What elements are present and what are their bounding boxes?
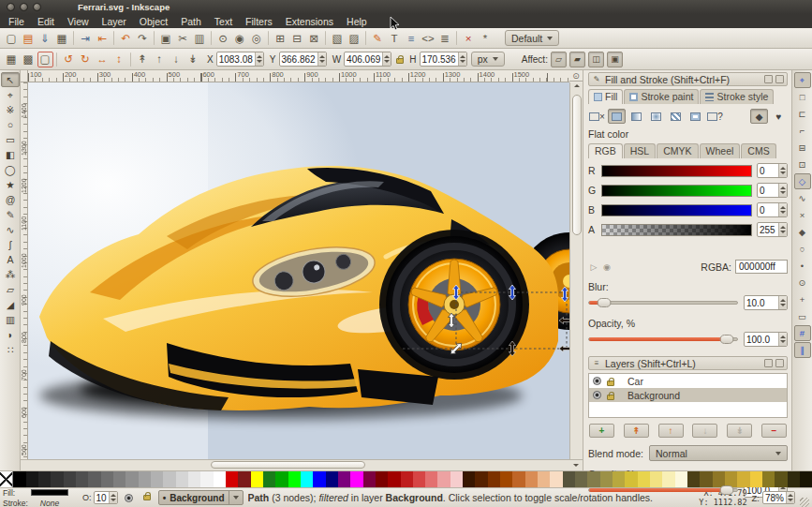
snap-object-centers-toggle[interactable]: ⊙: [794, 275, 811, 291]
snap-bbox-toggle[interactable]: □: [794, 89, 811, 105]
palette-swatch[interactable]: [437, 471, 450, 487]
panel-iconify-button[interactable]: [764, 75, 773, 83]
snap-line-midpoints-toggle[interactable]: •: [794, 258, 811, 274]
color-space-tab[interactable]: RGB: [588, 143, 623, 158]
export-icon[interactable]: ⇤: [95, 30, 111, 46]
deselect-icon[interactable]: ▢: [37, 52, 53, 67]
pattern-button[interactable]: [667, 109, 685, 124]
select-all-icon[interactable]: ▧: [330, 30, 346, 46]
palette-swatch[interactable]: [101, 471, 113, 487]
snap-paths-toggle[interactable]: ∿: [794, 190, 811, 206]
separator[interactable]: [365, 31, 366, 45]
layers-panel-header[interactable]: ≡ Layers (Shift+Ctrl+L): [588, 356, 788, 370]
unit-dropdown[interactable]: px: [471, 52, 505, 67]
palette-swatch[interactable]: [376, 471, 388, 487]
palette-swatch[interactable]: [188, 471, 200, 487]
palette-swatch[interactable]: [76, 471, 88, 487]
move-patterns-toggle[interactable]: ▣: [607, 52, 623, 67]
star-tool[interactable]: ★: [1, 177, 20, 192]
palette-swatch[interactable]: [88, 471, 100, 487]
palette-swatch[interactable]: [700, 471, 712, 487]
palette-swatch[interactable]: [750, 471, 762, 487]
select-all-layers-icon[interactable]: ▩: [21, 52, 37, 67]
spinner-arrows[interactable]: [778, 164, 787, 177]
menu-item[interactable]: Edit: [31, 14, 61, 28]
preferences-icon[interactable]: ×: [461, 30, 477, 46]
gamut-warning-icon[interactable]: ◉: [601, 261, 613, 273]
spinner-arrows[interactable]: [778, 296, 787, 309]
palette-swatch[interactable]: [450, 471, 463, 487]
rotate-cw-icon[interactable]: ↻: [78, 52, 94, 67]
fill-stroke-dialog-icon[interactable]: ✎: [370, 30, 386, 46]
open-document-icon[interactable]: ▤: [21, 30, 37, 46]
spinner-arrows[interactable]: [786, 492, 794, 503]
palette-swatch[interactable]: [475, 471, 487, 487]
palette-swatch[interactable]: [350, 471, 362, 487]
paint-bucket-tool[interactable]: ◢: [1, 297, 20, 312]
palette-swatch[interactable]: [538, 471, 550, 487]
layers-dialog-icon[interactable]: ≡: [404, 30, 420, 46]
snap-bbox-centers-toggle[interactable]: ⊡: [794, 157, 811, 172]
align-dialog-icon[interactable]: ≣: [437, 30, 453, 46]
palette-swatch[interactable]: [338, 471, 350, 487]
undo-icon[interactable]: ↶: [118, 30, 134, 46]
text-tool[interactable]: A: [1, 252, 20, 267]
canvas[interactable]: [28, 82, 569, 459]
redo-icon[interactable]: ↷: [135, 30, 151, 46]
separator[interactable]: [130, 52, 131, 67]
new-document-icon[interactable]: ▢: [4, 30, 20, 46]
enable-snapping-toggle[interactable]: ⌖: [794, 72, 811, 88]
raise-layer-button[interactable]: ↑: [658, 424, 684, 438]
menu-item[interactable]: Text: [208, 14, 239, 28]
palette-swatch[interactable]: [38, 471, 51, 487]
spinner-arrows[interactable]: [778, 223, 787, 236]
separator[interactable]: [325, 31, 326, 45]
palette-swatch[interactable]: [176, 471, 188, 487]
blend-mode-dropdown[interactable]: Normal: [649, 445, 788, 461]
fill-swatch[interactable]: [31, 489, 68, 496]
spinner-arrows[interactable]: [317, 52, 326, 66]
snap-rotation-centers-toggle[interactable]: +: [794, 291, 811, 307]
unlink-clone-icon[interactable]: ⊠: [306, 30, 322, 46]
spray-tool[interactable]: ⁂: [1, 267, 20, 282]
lower-layer-to-bottom-button[interactable]: ↡: [727, 424, 752, 438]
snap-path-intersections-toggle[interactable]: ×: [794, 207, 811, 223]
scroll-up-arrow[interactable]: [574, 84, 580, 87]
node-tool[interactable]: ⌖: [1, 87, 20, 102]
palette-swatch[interactable]: [687, 471, 700, 487]
palette-swatch[interactable]: [226, 471, 238, 487]
palette-swatch[interactable]: [775, 471, 787, 487]
palette-swatch[interactable]: [563, 471, 575, 487]
copy-icon[interactable]: ▣: [158, 30, 174, 46]
rectangle-tool[interactable]: ▭: [1, 132, 20, 147]
eraser-tool[interactable]: ▱: [1, 282, 20, 297]
y-input[interactable]: 366.862: [279, 52, 327, 67]
spinner-arrows[interactable]: [778, 203, 787, 216]
menu-item[interactable]: View: [61, 14, 96, 28]
snap-smooth-nodes-toggle[interactable]: ○: [794, 241, 811, 257]
channel-value-input[interactable]: 255: [757, 222, 788, 237]
panel-tab[interactable]: Stroke style: [700, 89, 774, 104]
close-button[interactable]: [7, 3, 15, 11]
rotate-ccw-icon[interactable]: ↺: [61, 52, 77, 67]
menu-item[interactable]: Filters: [239, 14, 279, 28]
separator[interactable]: [73, 31, 74, 45]
palette-swatch[interactable]: [238, 471, 250, 487]
spinner-arrows[interactable]: [778, 333, 787, 346]
separator[interactable]: [211, 31, 212, 45]
lower-layer-button[interactable]: ↓: [692, 424, 717, 438]
blur-input[interactable]: 10.0: [744, 295, 788, 310]
panel-close-button[interactable]: [775, 75, 784, 83]
resize-grip[interactable]: [800, 498, 809, 507]
slider-knob[interactable]: [597, 298, 611, 307]
color-picker-icon[interactable]: ▷: [588, 261, 599, 273]
raise-layer-to-top-button[interactable]: ↟: [624, 424, 649, 438]
palette-swatch[interactable]: [550, 471, 562, 487]
height-input[interactable]: 170.536: [420, 52, 467, 67]
menu-item[interactable]: Path: [174, 14, 208, 28]
slider-knob[interactable]: [719, 485, 733, 495]
palette-swatch[interactable]: [401, 471, 413, 487]
palette-swatch[interactable]: [13, 471, 25, 487]
flip-horizontal-icon[interactable]: ↔: [95, 52, 111, 67]
palette-swatch[interactable]: [737, 471, 749, 487]
